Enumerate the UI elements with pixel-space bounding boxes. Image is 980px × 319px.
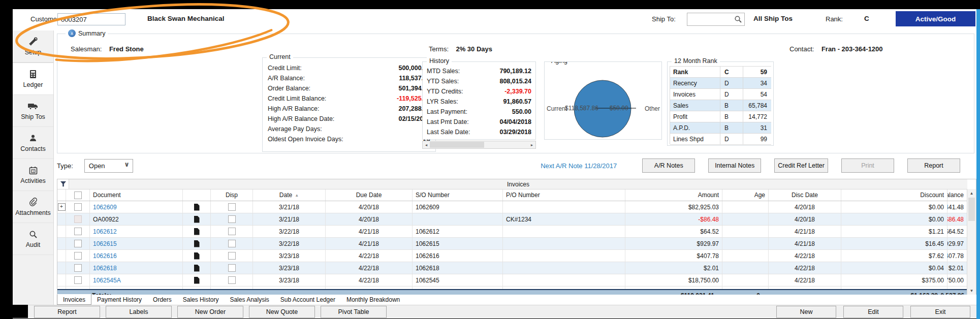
- col-header-due-date[interactable]: Due Date: [326, 189, 413, 201]
- scrollbar-thumb[interactable]: [968, 198, 975, 221]
- document-icon[interactable]: [194, 277, 200, 284]
- shipto-search-input[interactable]: [687, 13, 745, 26]
- table-row[interactable]: 1062545A3/23/184/22/181062545$18,750.004…: [57, 274, 967, 286]
- document-link[interactable]: 1062609: [93, 204, 117, 211]
- document-icon[interactable]: [194, 228, 200, 235]
- po-number-cell: [503, 250, 625, 262]
- customer-name: Black Swan Mechanical: [147, 15, 225, 22]
- labels-button[interactable]: Labels: [106, 306, 172, 318]
- tab-sales-analysis[interactable]: Sales Analysis: [224, 295, 274, 305]
- table-row[interactable]: 10626163/23/184/22/181062616$407.784/22/…: [57, 250, 967, 262]
- sidebar-item-ship-tos[interactable]: Ship Tos: [13, 95, 53, 127]
- disp-checkbox[interactable]: [228, 228, 236, 235]
- select-all-checkbox[interactable]: [74, 192, 82, 199]
- tab-payment-history[interactable]: Payment History: [91, 295, 147, 305]
- summary-title-label: Summary: [78, 30, 105, 37]
- scrollbar-thumb[interactable]: [430, 142, 484, 148]
- next-ar-note-link[interactable]: Next A/R Note 11/28/2017: [541, 162, 617, 170]
- new-quote-button[interactable]: New Quote: [249, 306, 315, 318]
- history-scrollbar[interactable]: ◄ ►: [422, 141, 536, 149]
- col-header-so-number[interactable]: S/O Number: [413, 189, 503, 201]
- attachment-cell: [183, 201, 211, 213]
- table-row[interactable]: +10626093/21/184/20/181062609$82,925.034…: [57, 201, 967, 213]
- col-header-document[interactable]: Document: [90, 189, 183, 201]
- col-header-disp[interactable]: Disp: [211, 189, 253, 201]
- scroll-down-icon[interactable]: ▼: [967, 286, 976, 295]
- table-row[interactable]: 10626183/23/184/22/181062618$2.014/22/18…: [57, 262, 967, 274]
- collapse-summary-button[interactable]: ∧: [68, 29, 76, 37]
- filter-button[interactable]: [57, 179, 69, 189]
- sidebar-item-activities[interactable]: 1Activities: [13, 159, 53, 191]
- col-header-disc-date[interactable]: Disc Date: [769, 189, 841, 201]
- col-header-age[interactable]: Age: [722, 189, 769, 201]
- tab-orders[interactable]: Orders: [147, 295, 177, 305]
- col-header-amount[interactable]: Amount: [625, 189, 722, 201]
- history-panel: History MTD Sales:790,189.12YTD Sales:80…: [422, 61, 536, 140]
- a-r-notes-button[interactable]: A/R Notes: [642, 158, 695, 173]
- tab-sub-account-ledger[interactable]: Sub Account Ledger: [275, 295, 341, 305]
- document-link[interactable]: 1062612: [93, 228, 117, 235]
- scrollbar-track[interactable]: [430, 142, 528, 148]
- row-checkbox[interactable]: [74, 240, 82, 247]
- disp-checkbox[interactable]: [228, 276, 236, 284]
- sidebar-item-attachments[interactable]: Attachments: [13, 191, 53, 223]
- status-badge[interactable]: Active/Good: [896, 11, 975, 26]
- document-link[interactable]: 1062618: [93, 265, 117, 272]
- document-icon[interactable]: [194, 265, 200, 272]
- scroll-left-icon[interactable]: ◄: [423, 142, 430, 148]
- sidebar-item-setup[interactable]: Setup: [13, 30, 53, 62]
- tab-monthly-breakdown[interactable]: Monthly Breakdown: [341, 295, 405, 305]
- row-checkbox[interactable]: [74, 252, 82, 260]
- disp-checkbox[interactable]: [228, 240, 236, 247]
- row-checkbox[interactable]: [74, 203, 82, 211]
- document-link[interactable]: 1062615: [93, 240, 117, 247]
- type-dropdown[interactable]: Open ∨: [84, 159, 133, 173]
- tab-sales-history[interactable]: Sales History: [177, 295, 225, 305]
- document-icon[interactable]: [194, 252, 200, 260]
- document-icon[interactable]: [194, 204, 200, 211]
- col-header-po-number[interactable]: P/O Number: [503, 189, 625, 201]
- row-checkbox[interactable]: [74, 276, 82, 284]
- edit-button[interactable]: Edit: [843, 306, 903, 318]
- internal-notes-button[interactable]: Internal Notes: [708, 158, 761, 173]
- document-link[interactable]: 1062616: [93, 252, 117, 260]
- document-icon[interactable]: [194, 240, 200, 247]
- scroll-up-icon[interactable]: ▲: [967, 189, 976, 198]
- pivot-table-button[interactable]: Pivot Table: [321, 306, 387, 318]
- disp-checkbox[interactable]: [228, 215, 236, 223]
- new-button[interactable]: New: [776, 306, 836, 318]
- scrollbar-track[interactable]: [967, 221, 976, 286]
- grid-vertical-scrollbar[interactable]: ▲ ▼: [967, 189, 976, 295]
- tab-invoices[interactable]: Invoices: [57, 294, 91, 305]
- disp-checkbox[interactable]: [228, 252, 236, 260]
- report-button[interactable]: Report: [907, 158, 960, 173]
- scroll-right-icon[interactable]: ►: [528, 142, 535, 148]
- grid-band-title: Invoices: [69, 179, 967, 189]
- disp-checkbox[interactable]: [228, 264, 236, 272]
- col-header-discount[interactable]: Discount: [841, 189, 947, 201]
- row-checkbox[interactable]: [74, 228, 82, 235]
- rank-row-grade: B: [720, 100, 743, 111]
- exit-button[interactable]: Exit: [910, 306, 970, 318]
- document-icon[interactable]: [194, 216, 200, 223]
- sidebar-item-audit[interactable]: Audit: [13, 223, 53, 255]
- credit-ref-letter-button[interactable]: Credit Ref Letter: [774, 158, 828, 173]
- sidebar-item-ledger[interactable]: Ledger: [13, 62, 53, 95]
- amount-cell: $2.01: [625, 262, 722, 274]
- col-header-date[interactable]: Date▲: [253, 189, 326, 201]
- table-row[interactable]: 10626153/22/184/21/181062615$929.974/21/…: [57, 238, 967, 250]
- row-checkbox[interactable]: [74, 264, 82, 272]
- row-checkbox[interactable]: [74, 215, 82, 223]
- expand-row-button[interactable]: +: [58, 203, 66, 211]
- table-row[interactable]: OA009223/21/184/20/18CK#1234-$86.484/20/…: [57, 213, 967, 226]
- col-header-balance[interactable]: Balance: [947, 189, 967, 201]
- disp-checkbox[interactable]: [228, 203, 236, 211]
- type-label: Type:: [57, 162, 73, 170]
- new-order-button[interactable]: New Order: [177, 306, 243, 318]
- table-row[interactable]: 10626123/22/184/21/181062612$64.524/21/1…: [57, 226, 967, 238]
- report-button[interactable]: Report: [34, 306, 100, 318]
- customer-number-input[interactable]: [57, 13, 125, 25]
- sidebar-item-contacts[interactable]: Contacts: [13, 127, 53, 159]
- summary-stat: Average Pay Days:26: [268, 124, 430, 134]
- document-link[interactable]: 1062545A: [93, 277, 121, 284]
